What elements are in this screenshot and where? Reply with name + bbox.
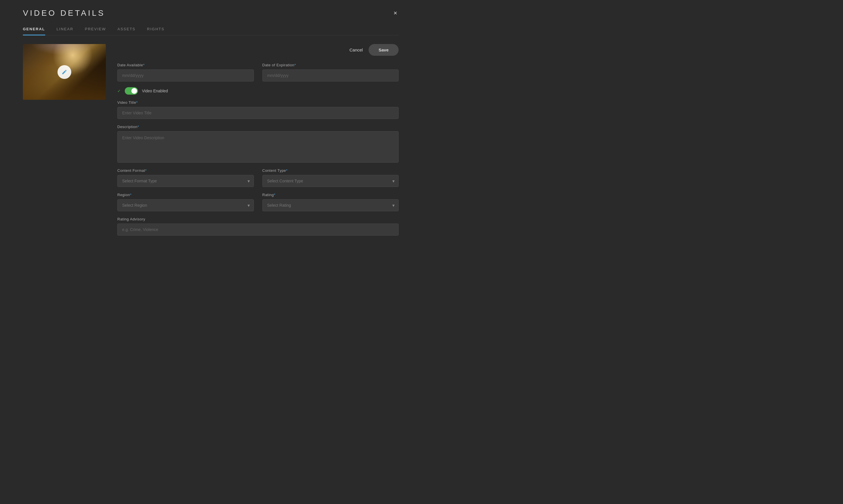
- date-expiration-input[interactable]: [262, 70, 399, 82]
- thumbnail-container: [23, 44, 106, 100]
- region-select[interactable]: Select Region: [117, 199, 254, 211]
- content-type-select[interactable]: Select Content Type: [262, 175, 399, 187]
- toggle-check-icon: ✓: [117, 89, 121, 93]
- toggle-label: Video Enabled: [142, 89, 168, 93]
- video-title-group: Video Title*: [117, 100, 399, 119]
- toggle-row: ✓ Video Enabled: [117, 87, 399, 95]
- rating-advisory-group: Rating Advisory: [117, 217, 399, 236]
- content-format-wrapper: Select Format Type: [117, 175, 254, 187]
- date-expiration-group: Date of Expiration*: [262, 63, 399, 82]
- region-wrapper: Select Region: [117, 199, 254, 211]
- video-title-label: Video Title*: [117, 100, 399, 105]
- rating-group: Rating* Select Rating: [262, 193, 399, 211]
- region-group: Region* Select Region: [117, 193, 254, 211]
- rating-advisory-input[interactable]: [117, 223, 399, 236]
- rating-label: Rating*: [262, 193, 399, 197]
- content-format-type-row: Content Format* Select Format Type Conte…: [117, 168, 399, 187]
- page-container: VIDEO DETAILS × GENERAL LINEAR PREVIEW A…: [0, 0, 422, 252]
- date-available-label: Date Available*: [117, 63, 254, 67]
- region-label: Region*: [117, 193, 254, 197]
- tab-linear[interactable]: LINEAR: [57, 23, 73, 35]
- rating-select[interactable]: Select Rating: [262, 199, 399, 211]
- toggle-slider: [125, 87, 138, 95]
- content-format-group: Content Format* Select Format Type: [117, 168, 254, 187]
- rating-wrapper: Select Rating: [262, 199, 399, 211]
- tab-general[interactable]: GENERAL: [23, 23, 45, 35]
- tab-preview[interactable]: PREVIEW: [85, 23, 106, 35]
- date-available-group: Date Available*: [117, 63, 254, 82]
- video-enabled-toggle[interactable]: [125, 87, 138, 95]
- form-area: Cancel Save Date Available* Date of Expi…: [117, 44, 399, 236]
- tabs-row: GENERAL LINEAR PREVIEW ASSETS RIGHTS: [23, 23, 399, 35]
- page-title: VIDEO DETAILS: [23, 8, 105, 18]
- video-title-input[interactable]: [117, 107, 399, 119]
- content-type-label: Content Type*: [262, 168, 399, 173]
- content-format-select[interactable]: Select Format Type: [117, 175, 254, 187]
- description-group: Description*: [117, 125, 399, 163]
- edit-thumbnail-button[interactable]: [57, 65, 71, 79]
- content-type-wrapper: Select Content Type: [262, 175, 399, 187]
- rating-advisory-label: Rating Advisory: [117, 217, 399, 221]
- region-rating-row: Region* Select Region Rating* Select: [117, 193, 399, 211]
- pencil-icon: [62, 69, 67, 75]
- left-panel: [23, 44, 106, 236]
- close-button[interactable]: ×: [392, 8, 399, 18]
- content-format-label: Content Format*: [117, 168, 254, 173]
- save-button[interactable]: Save: [368, 44, 399, 56]
- tab-assets[interactable]: ASSETS: [118, 23, 136, 35]
- description-label: Description*: [117, 125, 399, 129]
- content-area: Cancel Save Date Available* Date of Expi…: [23, 44, 399, 236]
- header-row: VIDEO DETAILS ×: [23, 8, 399, 18]
- form-actions: Cancel Save: [117, 44, 399, 56]
- content-type-group: Content Type* Select Content Type: [262, 168, 399, 187]
- date-available-input[interactable]: [117, 70, 254, 82]
- description-input[interactable]: [117, 131, 399, 163]
- tab-rights[interactable]: RIGHTS: [147, 23, 165, 35]
- date-expiration-label: Date of Expiration*: [262, 63, 399, 67]
- date-row: Date Available* Date of Expiration*: [117, 63, 399, 82]
- cancel-button[interactable]: Cancel: [349, 48, 363, 52]
